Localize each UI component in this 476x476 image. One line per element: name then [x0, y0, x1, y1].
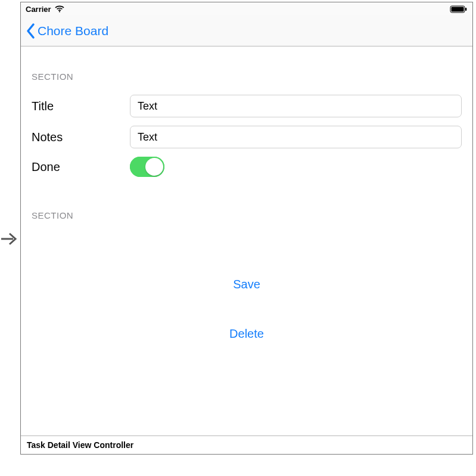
carrier-label: Carrier — [26, 5, 51, 14]
save-button[interactable]: Save — [32, 278, 462, 291]
form-content: SECTION Title Notes Done SECTION Save De… — [21, 46, 472, 436]
done-row: Done — [32, 157, 462, 177]
title-label: Title — [32, 99, 130, 113]
device-frame: Carrier Chore Board — [20, 2, 473, 455]
battery-icon — [450, 5, 468, 13]
title-input[interactable] — [130, 95, 462, 117]
wifi-icon — [55, 5, 64, 13]
notes-input[interactable] — [130, 126, 462, 148]
status-bar: Carrier — [21, 2, 472, 15]
back-button[interactable]: Chore Board — [38, 24, 108, 38]
toggle-knob — [145, 158, 163, 176]
svg-point-0 — [59, 11, 60, 12]
delete-button[interactable]: Delete — [32, 327, 462, 341]
scene-label: Task Detail View Controller — [21, 436, 472, 454]
done-label: Done — [32, 160, 130, 174]
svg-rect-2 — [452, 7, 464, 11]
storyboard-entry-arrow-icon — [0, 231, 18, 249]
notes-row: Notes — [32, 126, 462, 148]
section-header-1: SECTION — [32, 71, 462, 82]
svg-rect-3 — [465, 8, 466, 11]
navigation-bar: Chore Board — [21, 15, 472, 46]
done-toggle[interactable] — [130, 157, 164, 177]
section-header-2: SECTION — [32, 210, 462, 220]
title-row: Title — [32, 95, 462, 117]
notes-label: Notes — [32, 130, 130, 144]
back-chevron-icon[interactable] — [26, 23, 36, 39]
